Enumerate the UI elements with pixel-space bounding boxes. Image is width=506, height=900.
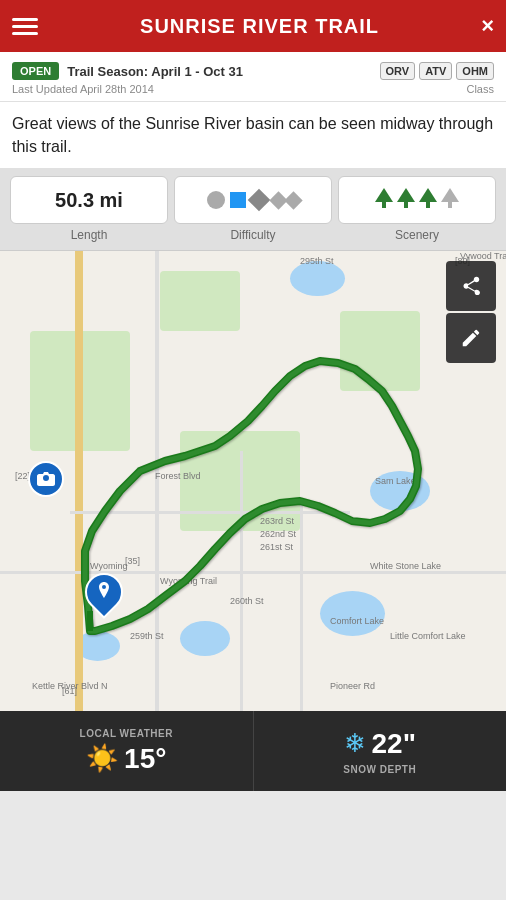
label-261st: 261st St: [260, 542, 293, 552]
sun-icon: ☀️: [86, 743, 118, 774]
diff-double-diamond: [272, 194, 300, 207]
page-title: SUNRISE RIVER TRAIL: [38, 15, 481, 38]
stats-bar: 50.3 mi Length Difficulty: [0, 168, 506, 251]
label-260th: 260th St: [230, 596, 264, 606]
svg-marker-4: [419, 188, 437, 202]
road-h2: [70, 511, 350, 514]
park-area4: [340, 311, 420, 391]
snowflake-icon: ❄: [344, 728, 366, 759]
tree-icon-3: [419, 188, 437, 212]
water-white-stone: [320, 591, 385, 636]
label-white-stone: White Stone Lake: [370, 561, 441, 571]
tree-icon-4: [441, 188, 459, 212]
last-updated: Last Updated April 28th 2014: [12, 83, 154, 95]
class-label: Class: [466, 83, 494, 95]
road-wyoming: [0, 571, 506, 574]
water-comfort: [180, 621, 230, 656]
weather-label: LOCAL WEATHER: [80, 728, 173, 739]
svg-marker-2: [397, 188, 415, 202]
edit-button[interactable]: [446, 313, 496, 363]
label-comfort: Comfort Lake: [330, 616, 384, 626]
header: SUNRISE RIVER TRAIL ×: [0, 0, 506, 52]
svg-marker-0: [375, 188, 393, 202]
length-value-box: 50.3 mi: [10, 176, 168, 224]
difficulty-stat: Difficulty: [174, 176, 332, 242]
snow-value: 22": [372, 728, 416, 760]
status-badge: OPEN: [12, 62, 59, 80]
label-295th: 295th St: [300, 256, 334, 266]
label-sam-lake: Sam Lake: [375, 476, 416, 486]
svg-rect-1: [382, 202, 386, 208]
length-value: 50.3 mi: [55, 189, 123, 212]
diff-circle: [207, 191, 225, 209]
snow-section: ❄ 22" SNOW DEPTH: [254, 711, 507, 791]
trail-season: Trail Season: April 1 - Oct 31: [67, 64, 379, 79]
description-text: Great views of the Sunrise River basin c…: [12, 112, 494, 158]
map-area[interactable]: 295th St Sam Lake White Stone Lake Comfo…: [0, 251, 506, 711]
info-bar: OPEN Trail Season: April 1 - Oct 31 ORV …: [0, 52, 506, 101]
class-tags: ORV ATV OHM: [380, 62, 495, 80]
label-262nd: 262nd St: [260, 529, 296, 539]
share-button[interactable]: [446, 261, 496, 311]
tag-atv: ATV: [419, 62, 452, 80]
weather-value: 15°: [124, 743, 166, 775]
label-pioneer: Pioneer Rd: [330, 681, 375, 691]
label-263rd: 263rd St: [260, 516, 294, 526]
footer: LOCAL WEATHER ☀️ 15° ❄ 22" SNOW DEPTH: [0, 711, 506, 791]
park-area: [160, 271, 240, 331]
road-forest: [155, 251, 159, 711]
tree-icon-1: [375, 188, 393, 212]
road-v2: [240, 451, 243, 711]
length-label: Length: [71, 228, 108, 242]
difficulty-label: Difficulty: [230, 228, 275, 242]
description-section: Great views of the Sunrise River basin c…: [0, 101, 506, 168]
svg-marker-6: [441, 188, 459, 202]
label-61: [61]: [62, 686, 77, 696]
weather-section: LOCAL WEATHER ☀️ 15°: [0, 711, 254, 791]
label-wyoming-trail: Wyoming Trail: [160, 576, 217, 586]
tree-icon-2: [397, 188, 415, 212]
scenery-value-box: [338, 176, 496, 224]
label-259th: 259th St: [130, 631, 164, 641]
water-1: [290, 261, 345, 296]
svg-rect-7: [448, 202, 452, 208]
snow-label: SNOW DEPTH: [343, 764, 416, 775]
difficulty-value-box: [174, 176, 332, 224]
scenery-label: Scenery: [395, 228, 439, 242]
diff-square: [230, 192, 246, 208]
road-i35: [75, 251, 83, 711]
scenery-stat: Scenery: [338, 176, 496, 242]
menu-icon[interactable]: [12, 18, 38, 35]
label-wyoming: Wyoming: [90, 561, 127, 571]
label-little-comfort: Little Comfort Lake: [390, 631, 466, 641]
map-background: 295th St Sam Lake White Stone Lake Comfo…: [0, 251, 506, 711]
difficulty-icons: [207, 191, 300, 209]
scenery-icons: [375, 188, 459, 212]
navigation-marker[interactable]: [85, 573, 123, 611]
length-stat: 50.3 mi Length: [10, 176, 168, 242]
diff-diamond: [247, 189, 270, 212]
tag-ohm: OHM: [456, 62, 494, 80]
tag-orv: ORV: [380, 62, 416, 80]
svg-rect-3: [404, 202, 408, 208]
map-actions: [446, 261, 496, 363]
label-i35: [35]: [125, 556, 140, 566]
road-pioneer: [300, 501, 303, 711]
close-icon[interactable]: ×: [481, 13, 494, 39]
svg-rect-5: [426, 202, 430, 208]
label-forest: Forest Blvd: [155, 471, 201, 481]
